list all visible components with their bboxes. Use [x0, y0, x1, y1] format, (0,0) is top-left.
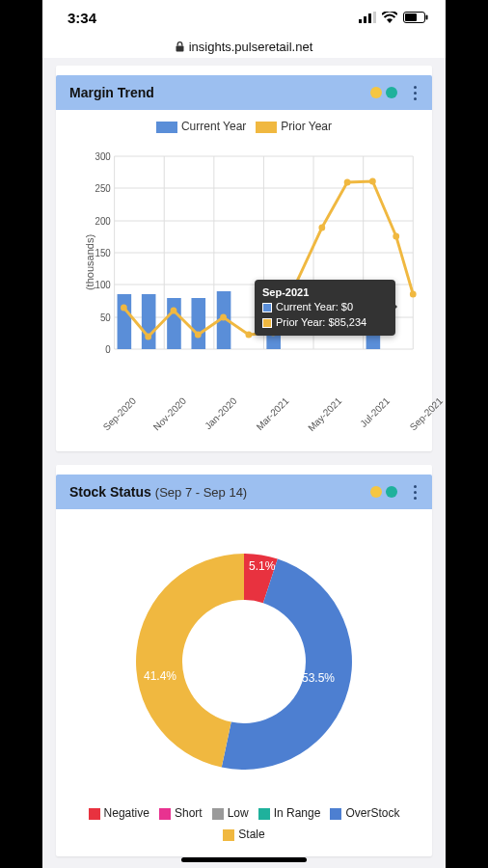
urlbar[interactable]: insights.pulseretail.net — [42, 35, 446, 58]
svg-rect-3 — [373, 12, 376, 23]
svg-rect-1 — [364, 16, 366, 23]
card-stock-status: Stock Status (Sep 7 - Sep 14) — [56, 465, 432, 856]
donut-chart[interactable]: 5.1% 53.5% 41.4% — [56, 509, 432, 802]
svg-text:50: 50 — [100, 312, 111, 323]
svg-point-41 — [245, 332, 252, 339]
tooltip-swatch-current — [262, 303, 272, 312]
status-dot-yellow — [370, 486, 382, 498]
status-dots-margin — [370, 87, 397, 98]
chart-tooltip: Sep-2021 Current Year: $0 Prior Year: $8… — [255, 280, 395, 336]
donut-legend: Negative Short Low In Range OverStock St… — [56, 802, 432, 856]
legend-inrange: In Range — [274, 806, 321, 820]
status-dot-teal — [386, 87, 397, 98]
svg-point-40 — [220, 314, 227, 321]
slice-label-negative: 5.1% — [249, 559, 275, 573]
chart-margin-trend[interactable]: Current Year Prior Year — [56, 110, 432, 451]
legend-margin: Current Year Prior Year — [66, 120, 422, 133]
cellular-icon — [359, 12, 376, 23]
card-subtitle-stock: (Sep 7 - Sep 14) — [155, 485, 247, 500]
legend-low: Low — [228, 806, 249, 820]
slice-label-stale: 41.4% — [144, 669, 176, 683]
card-header-stock: Stock Status (Sep 7 - Sep 14) — [56, 475, 432, 509]
svg-text:0: 0 — [105, 344, 111, 355]
svg-text:200: 200 — [95, 216, 112, 227]
status-icons — [359, 12, 428, 23]
svg-point-44 — [344, 179, 351, 186]
legend-sw-stale — [223, 829, 234, 841]
legend-label-prior: Prior Year — [281, 120, 332, 133]
svg-text:150: 150 — [95, 248, 112, 258]
legend-negative: Negative — [104, 806, 149, 820]
legend-label-current: Current Year — [181, 120, 246, 133]
card-title-margin: Margin Trend — [69, 85, 154, 100]
svg-point-47 — [410, 291, 417, 298]
svg-point-39 — [195, 332, 202, 339]
svg-rect-32 — [191, 298, 205, 349]
status-dots-stock — [370, 486, 397, 498]
legend-sw-short — [159, 808, 171, 820]
legend-stale: Stale — [238, 827, 264, 841]
battery-icon — [403, 12, 428, 23]
svg-rect-29 — [118, 294, 132, 349]
card-margin-trend: Margin Trend Current Year Prior Year — [56, 66, 432, 451]
svg-rect-2 — [368, 14, 371, 23]
svg-rect-6 — [426, 15, 428, 20]
wifi-icon — [382, 12, 397, 23]
tooltip-title: Sep-2021 — [262, 285, 388, 300]
home-indicator[interactable] — [181, 857, 307, 862]
slice-label-overstock: 53.5% — [302, 671, 335, 685]
content-scroll[interactable]: Margin Trend Current Year Prior Year — [42, 58, 446, 868]
lock-icon — [176, 41, 184, 52]
svg-rect-5 — [405, 14, 417, 21]
status-dot-yellow — [370, 87, 382, 98]
card-header-margin: Margin Trend — [56, 75, 432, 110]
legend-sw-low — [212, 808, 224, 820]
x-axis-labels: Sep-2020 Nov-2020 Jan-2020 Mar-2021 May-… — [66, 388, 422, 438]
svg-rect-31 — [167, 298, 181, 349]
card-menu-button-stock[interactable] — [407, 485, 422, 500]
tooltip-swatch-prior — [262, 318, 272, 328]
status-time: 3:34 — [68, 10, 96, 26]
svg-point-46 — [393, 233, 399, 240]
legend-sw-negative — [89, 808, 100, 820]
y-axis-label: (thousands) — [84, 234, 95, 290]
svg-point-43 — [318, 225, 325, 231]
svg-point-38 — [171, 308, 177, 314]
svg-point-37 — [145, 334, 151, 340]
legend-short: Short — [175, 806, 203, 820]
svg-rect-0 — [359, 19, 362, 23]
legend-overstock: OverStock — [345, 806, 399, 820]
status-dot-teal — [386, 486, 397, 498]
svg-text:300: 300 — [95, 151, 112, 162]
plot-margin: 300 250 200 150 100 50 0 — [66, 137, 422, 388]
legend-sw-inrange — [258, 808, 270, 820]
statusbar: 3:34 — [42, 0, 446, 35]
tooltip-current: Current Year: $0 — [276, 301, 353, 312]
svg-point-36 — [121, 305, 127, 312]
svg-text:250: 250 — [95, 183, 112, 194]
svg-point-45 — [369, 178, 376, 185]
card-menu-button-margin[interactable] — [407, 86, 422, 100]
legend-swatch-current — [156, 122, 177, 133]
svg-text:100: 100 — [95, 280, 112, 290]
url-host: insights.pulseretail.net — [189, 40, 313, 54]
svg-rect-30 — [142, 294, 156, 349]
card-title-stock: Stock Status — [69, 484, 151, 500]
legend-sw-overstock — [330, 808, 341, 820]
svg-rect-7 — [176, 45, 183, 51]
legend-swatch-prior — [256, 122, 277, 133]
tooltip-prior: Prior Year: $85,234 — [276, 316, 366, 328]
